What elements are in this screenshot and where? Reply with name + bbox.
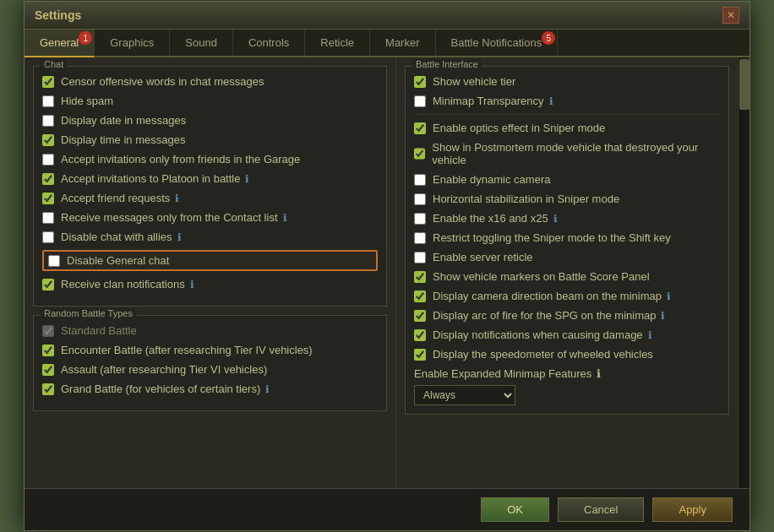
tab-reticle[interactable]: Reticle — [305, 30, 370, 56]
checkbox-enable-optics-input[interactable] — [414, 122, 426, 134]
info-icon-damage[interactable]: ℹ — [648, 329, 652, 341]
tab-graphics[interactable]: Graphics — [95, 30, 170, 56]
info-icon-camera[interactable]: ℹ — [667, 290, 671, 302]
expanded-minimap-select[interactable]: Always Never In battle — [414, 385, 515, 405]
checkbox-minimap-transparency: Minimap Transparency ℹ — [414, 95, 720, 107]
checkbox-assault: Assault (after researching Tier VI vehic… — [42, 363, 378, 376]
tab-general-badge: 1 — [79, 31, 92, 45]
checkbox-accept-invitations-platoon-input[interactable] — [42, 173, 54, 185]
checkbox-encounter-battle: Encounter Battle (after researching Tier… — [42, 344, 378, 356]
expanded-minimap-label-row: Enable Expanded Minimap Features ℹ — [414, 367, 720, 380]
checkbox-censor: Censor offensive words in chat messages — [42, 75, 378, 88]
checkbox-enable-server-reticle: Enable server reticle — [414, 251, 720, 263]
checkbox-enable-optics: Enable optics effect in Sniper mode — [414, 122, 720, 134]
checkbox-standard-battle-input — [42, 325, 54, 337]
checkbox-restrict-sniper-input[interactable] — [414, 232, 426, 244]
tab-battle-notifications-badge: 5 — [542, 31, 555, 45]
checkbox-hide-spam: Hide spam — [42, 95, 378, 107]
battle-interface-section: Battle Interface Show vehicle tier Minim… — [405, 66, 729, 415]
content-area: Chat Censor offensive words in chat mess… — [25, 57, 749, 488]
close-button[interactable]: ✕ — [722, 7, 739, 24]
info-icon-grand[interactable]: ℹ — [265, 383, 270, 395]
checkbox-horizontal-stabilization: Horizontal stabilization in Sniper mode — [414, 193, 720, 205]
checkbox-display-date-input[interactable] — [42, 115, 54, 127]
expanded-minimap-dropdown-row: Always Never In battle — [414, 385, 720, 405]
checkbox-receive-messages-input[interactable] — [42, 212, 54, 224]
tab-controls[interactable]: Controls — [233, 30, 305, 56]
checkbox-receive-messages: Receive messages only from the Contact l… — [42, 211, 378, 224]
checkbox-show-postmortem: Show in Postmortem mode vehicle that des… — [414, 141, 720, 166]
checkbox-grand-battle-input[interactable] — [42, 383, 54, 395]
tab-bar: General 1 Graphics Sound Controls Reticl… — [25, 30, 749, 57]
checkbox-receive-clan: Receive clan notifications ℹ — [42, 278, 378, 290]
settings-dialog: Settings ✕ General 1 Graphics Sound Cont… — [24, 1, 750, 531]
checkbox-assault-input[interactable] — [42, 364, 54, 376]
left-panel: Chat Censor offensive words in chat mess… — [25, 57, 396, 488]
checkbox-accept-friend: Accept friend requests ℹ — [42, 192, 378, 204]
checkbox-accept-friend-input[interactable] — [42, 193, 54, 204]
checkbox-grand-battle: Grand Battle (for vehicles of certain ti… — [42, 383, 378, 395]
tab-battle-notifications[interactable]: Battle Notifications 5 — [436, 30, 559, 56]
checkbox-accept-invitations-friends-input[interactable] — [42, 154, 54, 166]
scrollbar-thumb[interactable] — [739, 59, 749, 110]
checkbox-display-arc-fire-input[interactable] — [414, 310, 426, 322]
title-bar: Settings ✕ — [25, 2, 749, 30]
checkbox-accept-invitations-platoon: Accept invitations to Platoon in battle … — [42, 172, 378, 185]
checkbox-enable-dynamic-camera-input[interactable] — [414, 174, 426, 186]
checkbox-restrict-sniper: Restrict toggling the Sniper mode to the… — [414, 231, 720, 244]
info-icon-friend[interactable]: ℹ — [175, 193, 179, 204]
info-icon-arc[interactable]: ℹ — [661, 310, 665, 322]
ok-button[interactable]: OK — [481, 497, 549, 522]
checkbox-show-vehicle-tier-input[interactable] — [414, 76, 426, 88]
scrollbar-track[interactable] — [738, 57, 749, 488]
checkbox-display-speedometer: Display the speedometer of wheeled vehic… — [414, 348, 720, 361]
highlighted-disable-general: Disable General chat — [42, 250, 378, 271]
checkbox-censor-input[interactable] — [42, 76, 54, 88]
checkbox-hide-spam-input[interactable] — [42, 95, 54, 107]
checkbox-accept-invitations-friends: Accept invitations only from friends in … — [42, 153, 378, 166]
checkbox-show-postmortem-input[interactable] — [414, 148, 425, 160]
checkbox-encounter-battle-input[interactable] — [42, 345, 54, 356]
checkbox-enable-dynamic-camera: Enable dynamic camera — [414, 173, 720, 186]
checkbox-enable-x16-x25-input[interactable] — [414, 213, 426, 225]
cancel-button[interactable]: Cancel — [558, 497, 644, 522]
tab-sound[interactable]: Sound — [170, 30, 233, 56]
random-battle-label: Random Battle Types — [41, 308, 136, 318]
footer: OK Cancel Apply — [25, 488, 749, 530]
apply-button[interactable]: Apply — [652, 497, 733, 522]
info-icon-platoon[interactable]: ℹ — [245, 173, 249, 185]
checkbox-disable-general-input[interactable] — [48, 255, 60, 267]
info-icon-minimap[interactable]: ℹ — [549, 95, 553, 107]
checkbox-display-time-input[interactable] — [42, 134, 54, 146]
checkbox-display-arc-fire: Display arc of fire for the SPG on the m… — [414, 309, 720, 322]
checkbox-show-vehicle-tier: Show vehicle tier — [414, 75, 720, 88]
checkbox-display-time: Display time in messages — [42, 133, 378, 146]
checkbox-show-vehicle-markers: Show vehicle markers on Battle Score Pan… — [414, 270, 720, 283]
checkbox-enable-server-reticle-input[interactable] — [414, 252, 426, 263]
checkbox-display-camera-direction: Display camera direction beam on the min… — [414, 290, 720, 302]
random-battle-section: Random Battle Types Standard Battle Enco… — [33, 315, 387, 411]
checkbox-disable-allies-input[interactable] — [42, 231, 54, 243]
info-icon-x16[interactable]: ℹ — [553, 213, 558, 225]
info-icon-expanded-minimap[interactable]: ℹ — [597, 367, 601, 380]
checkbox-display-camera-direction-input[interactable] — [414, 290, 426, 302]
chat-section: Chat Censor offensive words in chat mess… — [33, 66, 387, 307]
info-icon-receive[interactable]: ℹ — [283, 212, 287, 224]
checkbox-display-notifications-damage: Display notifications when causing damag… — [414, 328, 720, 341]
dialog-title: Settings — [35, 8, 81, 22]
info-icon-clan[interactable]: ℹ — [190, 279, 194, 290]
checkbox-enable-x16-x25: Enable the x16 and x25 ℹ — [414, 212, 720, 225]
checkbox-display-speedometer-input[interactable] — [414, 349, 426, 361]
checkbox-display-notifications-damage-input[interactable] — [414, 329, 426, 341]
info-icon-allies[interactable]: ℹ — [177, 231, 182, 243]
checkbox-minimap-transparency-input[interactable] — [414, 95, 426, 107]
chat-section-label: Chat — [41, 59, 67, 69]
tab-marker[interactable]: Marker — [370, 30, 435, 56]
checkbox-standard-battle: Standard Battle — [42, 324, 378, 337]
checkbox-show-vehicle-markers-input[interactable] — [414, 271, 426, 283]
battle-interface-label: Battle Interface — [412, 59, 482, 69]
tab-general[interactable]: General 1 — [25, 30, 95, 57]
checkbox-receive-clan-input[interactable] — [42, 279, 54, 290]
checkbox-display-date: Display date in messages — [42, 114, 378, 127]
checkbox-horizontal-stabilization-input[interactable] — [414, 193, 426, 205]
